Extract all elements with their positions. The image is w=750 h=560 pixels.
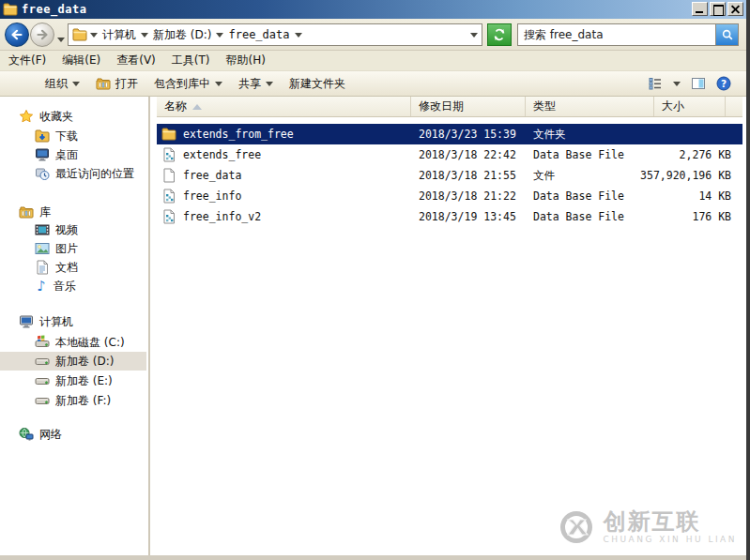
sidebar-label: 下载 (55, 129, 78, 144)
refresh-button[interactable] (487, 23, 512, 46)
refresh-icon (492, 27, 507, 42)
file-row-free-info-v2[interactable]: free_info_v2 2018/3/19 13:45 Data Base F… (157, 206, 742, 227)
file-name: free_data (183, 169, 241, 182)
back-button[interactable] (5, 23, 29, 47)
watermark-subtitle: CHUANG XIN HU LIAN (603, 536, 737, 544)
column-header-size[interactable]: 大小 (654, 97, 726, 116)
breadcrumb-drive-d[interactable]: 新加卷 (D:) (151, 27, 213, 43)
watermark-logo-icon (558, 508, 595, 546)
column-label: 类型 (533, 98, 556, 114)
breadcrumb-computer[interactable]: 计算机 (100, 27, 138, 43)
drive-icon (35, 373, 50, 388)
sidebar-item-local-disk-c[interactable]: 本地磁盘 (C:) (0, 333, 146, 352)
file-row-free-data[interactable]: free_data 2018/3/18 21:55 文件 357,920,196… (157, 165, 742, 186)
folder-icon (3, 2, 18, 17)
window-title: free_data (22, 3, 87, 16)
drive-icon (35, 354, 50, 369)
menu-tools[interactable]: 工具(T) (172, 53, 210, 68)
file-date: 2018/3/19 13:45 (411, 210, 526, 223)
breadcrumb-current-folder[interactable]: free_data (226, 28, 291, 41)
menu-file[interactable]: 文件(F) (8, 53, 46, 68)
column-header-date-modified[interactable]: 修改日期 (411, 97, 526, 116)
file-type: 文件夹 (526, 128, 638, 142)
include-in-library-label: 包含到库中 (154, 76, 210, 92)
column-header-name[interactable]: 名称 (157, 97, 411, 116)
views-icon[interactable] (648, 76, 663, 91)
file-type: Data Base File (526, 210, 638, 223)
sidebar-item-desktop[interactable]: 桌面 (0, 145, 146, 164)
open-button[interactable]: 打开 (90, 73, 144, 95)
menu-edit[interactable]: 编辑(E) (62, 53, 100, 68)
command-toolbar: 组织 打开 包含到库中 共享 新建文件夹 (0, 71, 746, 97)
sidebar-label: 计算机 (39, 314, 73, 330)
new-folder-button[interactable]: 新建文件夹 (283, 73, 351, 95)
sidebar-item-pictures[interactable]: 图片 (0, 239, 146, 258)
sidebar-item-volume-d[interactable]: 新加卷 (D:) (0, 352, 146, 371)
help-icon[interactable] (716, 76, 731, 91)
sidebar-item-network[interactable]: 网络 (0, 425, 146, 444)
sidebar-item-libraries[interactable]: 库 (0, 203, 146, 221)
column-label: 修改日期 (419, 98, 464, 114)
sidebar-label: 桌面 (55, 147, 78, 163)
sidebar-label: 新加卷 (D:) (55, 354, 114, 370)
views-dropdown-icon[interactable] (673, 82, 681, 86)
file-icon (161, 168, 176, 183)
file-name: free_info (183, 189, 241, 203)
system-drive-icon (35, 335, 50, 350)
chevron-down-icon[interactable] (141, 33, 148, 38)
database-file-icon (161, 189, 176, 204)
include-in-library-button[interactable]: 包含到库中 (148, 73, 228, 95)
chevron-down-icon[interactable] (90, 33, 98, 38)
menu-view[interactable]: 查看(V) (116, 53, 156, 68)
preview-pane-icon[interactable] (691, 76, 706, 91)
address-bar[interactable]: 计算机 新加卷 (D:) free_data (68, 23, 482, 46)
chevron-down-icon (57, 38, 65, 42)
menu-help[interactable]: 帮助(H) (226, 53, 266, 68)
organize-button[interactable]: 组织 (39, 73, 85, 95)
column-headers: 名称 修改日期 类型 大小 (157, 97, 742, 117)
search-button[interactable] (715, 24, 738, 45)
menu-bar: 文件(F) 编辑(E) 查看(V) 工具(T) 帮助(H) (0, 51, 746, 71)
file-type: 文件 (526, 169, 638, 183)
database-file-icon (161, 147, 176, 162)
sidebar-item-documents[interactable]: 文档 (0, 258, 146, 277)
folder-icon (161, 127, 176, 142)
file-list-pane: 名称 修改日期 类型 大小 extends_from_ (152, 97, 746, 555)
file-size: 176 KB (638, 210, 742, 223)
history-chevron[interactable] (57, 32, 65, 45)
file-date: 2018/3/23 15:39 (411, 128, 526, 141)
sidebar-label: 新加卷 (F:) (55, 393, 111, 409)
sidebar-item-music[interactable]: ♪ 音乐 (0, 277, 146, 295)
address-dropdown-icon[interactable] (470, 33, 478, 38)
sidebar-item-favorites[interactable]: 收藏夹 (0, 107, 146, 126)
file-name: extends_free (183, 148, 261, 161)
search-icon (721, 28, 734, 41)
sidebar-item-computer[interactable]: 计算机 (0, 312, 146, 331)
search-input[interactable] (518, 25, 715, 44)
title-bar[interactable]: free_data (0, 0, 746, 19)
file-row-free-info[interactable]: free_info 2018/3/18 21:22 Data Base File… (157, 186, 742, 206)
sidebar-item-videos[interactable]: 视频 (0, 220, 146, 239)
share-button[interactable]: 共享 (233, 73, 279, 95)
file-row-extends-free[interactable]: extends_free 2018/3/18 22:42 Data Base F… (157, 144, 742, 165)
drive-icon (35, 393, 50, 408)
forward-button[interactable] (30, 23, 54, 47)
sidebar-item-volume-e[interactable]: 新加卷 (E:) (0, 371, 146, 390)
music-note-icon: ♪ (35, 280, 48, 293)
sidebar-label: 新加卷 (E:) (55, 373, 113, 389)
maximize-button[interactable] (710, 2, 726, 16)
close-button[interactable] (727, 2, 743, 16)
sidebar-label: 图片 (55, 241, 78, 257)
sidebar-item-downloads[interactable]: 下载 (0, 127, 146, 145)
chevron-down-icon[interactable] (295, 33, 302, 38)
chevron-down-icon[interactable] (216, 33, 223, 38)
recent-places-icon (35, 166, 50, 181)
new-folder-label: 新建文件夹 (289, 76, 345, 92)
minimize-button[interactable] (692, 2, 708, 16)
file-row-extends-from-free[interactable]: extends_from_free 2018/3/23 15:39 文件夹 (157, 124, 742, 144)
sidebar-item-volume-f[interactable]: 新加卷 (F:) (0, 391, 146, 410)
sidebar-item-recent-places[interactable]: 最近访问的位置 (0, 164, 146, 183)
document-icon (35, 260, 50, 275)
search-box[interactable] (517, 23, 739, 46)
column-header-type[interactable]: 类型 (526, 97, 654, 116)
